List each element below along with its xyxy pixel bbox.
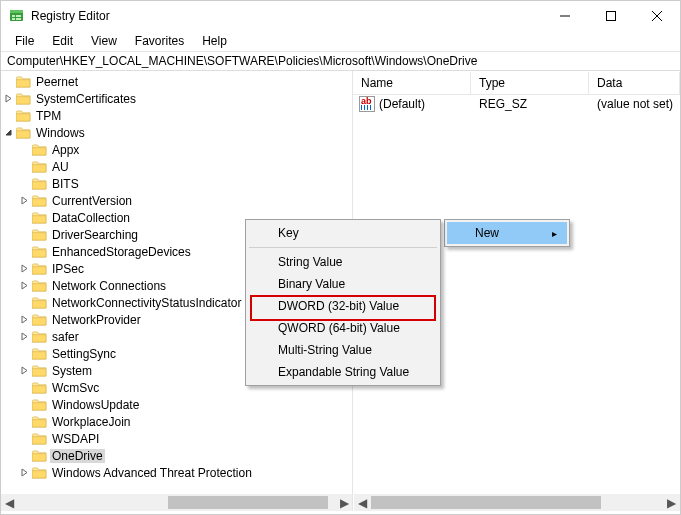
column-header-data[interactable]: Data <box>589 72 680 94</box>
tree-item[interactable]: Appx <box>1 141 352 158</box>
submenu-multistring-value[interactable]: Multi-String Value <box>248 339 438 361</box>
tree-item[interactable]: WorkplaceJoin <box>1 413 352 430</box>
folder-icon <box>31 160 47 174</box>
tree-item-label: Windows Advanced Threat Protection <box>50 466 254 480</box>
folder-icon <box>31 194 47 208</box>
folder-icon <box>31 398 47 412</box>
tree-item[interactable]: Windows <box>1 124 352 141</box>
tree-item-label: AU <box>50 160 71 174</box>
folder-icon <box>31 296 47 310</box>
submenu-dword-value[interactable]: DWORD (32-bit) Value <box>248 295 438 317</box>
folder-icon <box>15 92 31 106</box>
tree-item[interactable]: CurrentVersion <box>1 192 352 209</box>
folder-icon <box>15 75 31 89</box>
menu-view[interactable]: View <box>83 33 125 49</box>
tree-item-label: IPSec <box>50 262 86 276</box>
tree-item-label: Peernet <box>34 75 80 89</box>
tree-item[interactable]: Peernet <box>1 73 352 90</box>
submenu-key-label: Key <box>278 226 299 240</box>
collapse-icon[interactable] <box>1 128 15 137</box>
context-menu: New ▸ <box>444 219 570 247</box>
menu-edit[interactable]: Edit <box>44 33 81 49</box>
tree-item-label: NetworkProvider <box>50 313 143 327</box>
tree-item-label: DataCollection <box>50 211 132 225</box>
address-bar[interactable]: Computer\HKEY_LOCAL_MACHINE\SOFTWARE\Pol… <box>1 51 680 71</box>
context-menu-new[interactable]: New ▸ <box>447 222 567 244</box>
value-data: (value not set) <box>589 97 680 111</box>
values-horizontal-scrollbar[interactable]: ◀ ▶ <box>354 494 680 511</box>
string-value-icon <box>359 96 375 112</box>
submenu-string-label: String Value <box>278 255 342 269</box>
menu-favorites[interactable]: Favorites <box>127 33 192 49</box>
folder-icon <box>31 415 47 429</box>
tree-item-label: CurrentVersion <box>50 194 134 208</box>
folder-icon <box>31 211 47 225</box>
submenu-qword-value[interactable]: QWORD (64-bit) Value <box>248 317 438 339</box>
expand-icon[interactable] <box>17 315 31 324</box>
tree-item[interactable]: SystemCertificates <box>1 90 352 107</box>
submenu-dword-label: DWORD (32-bit) Value <box>278 299 399 313</box>
column-header-name[interactable]: Name <box>353 72 471 94</box>
folder-icon <box>31 449 47 463</box>
minimize-button[interactable] <box>542 1 588 30</box>
tree-item-label: WSDAPI <box>50 432 101 446</box>
folder-icon <box>31 177 47 191</box>
scroll-right-icon[interactable]: ▶ <box>336 494 353 511</box>
tree-item-label: System <box>50 364 94 378</box>
submenu-expandable-string-value[interactable]: Expandable String Value <box>248 361 438 383</box>
value-row[interactable]: (Default)REG_SZ(value not set) <box>353 95 680 113</box>
tree-item-label: OneDrive <box>50 449 105 463</box>
scroll-right-icon[interactable]: ▶ <box>663 494 680 511</box>
folder-icon <box>31 279 47 293</box>
submenu-binary-label: Binary Value <box>278 277 345 291</box>
folder-icon <box>31 228 47 242</box>
menu-help[interactable]: Help <box>194 33 235 49</box>
svg-rect-5 <box>16 18 21 20</box>
expand-icon[interactable] <box>17 196 31 205</box>
submenu-key[interactable]: Key <box>248 222 438 244</box>
tree-item[interactable]: TPM <box>1 107 352 124</box>
value-name: (Default) <box>379 97 425 111</box>
expand-icon[interactable] <box>1 94 15 103</box>
svg-rect-4 <box>16 15 21 17</box>
expand-icon[interactable] <box>17 281 31 290</box>
tree-item-label: Network Connections <box>50 279 168 293</box>
tree-item-label: SystemCertificates <box>34 92 138 106</box>
folder-icon <box>31 245 47 259</box>
scroll-thumb[interactable] <box>371 496 601 509</box>
tree-item[interactable]: OneDrive <box>1 447 352 464</box>
expand-icon[interactable] <box>17 468 31 477</box>
expand-icon[interactable] <box>17 264 31 273</box>
submenu-binary-value[interactable]: Binary Value <box>248 273 438 295</box>
folder-icon <box>31 313 47 327</box>
folder-icon <box>31 330 47 344</box>
tree-item[interactable]: WindowsUpdate <box>1 396 352 413</box>
folder-icon <box>31 347 47 361</box>
tree-horizontal-scrollbar[interactable]: ◀ ▶ <box>1 494 353 511</box>
tree-item-label: SettingSync <box>50 347 118 361</box>
tree-item-label: Appx <box>50 143 81 157</box>
maximize-button[interactable] <box>588 1 634 30</box>
expand-icon[interactable] <box>17 332 31 341</box>
menu-file[interactable]: File <box>7 33 42 49</box>
submenu-qword-label: QWORD (64-bit) Value <box>278 321 400 335</box>
submenu-string-value[interactable]: String Value <box>248 251 438 273</box>
close-button[interactable] <box>634 1 680 30</box>
tree-item-label: Windows <box>34 126 87 140</box>
tree-item[interactable]: WSDAPI <box>1 430 352 447</box>
svg-rect-2 <box>12 15 15 17</box>
folder-icon <box>31 466 47 480</box>
scroll-thumb[interactable] <box>168 496 328 509</box>
value-type: REG_SZ <box>471 97 589 111</box>
tree-item[interactable]: Windows Advanced Threat Protection <box>1 464 352 481</box>
submenu-arrow-icon: ▸ <box>552 228 557 239</box>
column-header-type[interactable]: Type <box>471 72 589 94</box>
folder-icon <box>31 143 47 157</box>
scroll-left-icon[interactable]: ◀ <box>354 494 371 511</box>
scroll-left-icon[interactable]: ◀ <box>1 494 18 511</box>
submenu-expand-label: Expandable String Value <box>278 365 409 379</box>
tree-item[interactable]: BITS <box>1 175 352 192</box>
expand-icon[interactable] <box>17 366 31 375</box>
svg-rect-3 <box>12 18 15 20</box>
tree-item[interactable]: AU <box>1 158 352 175</box>
